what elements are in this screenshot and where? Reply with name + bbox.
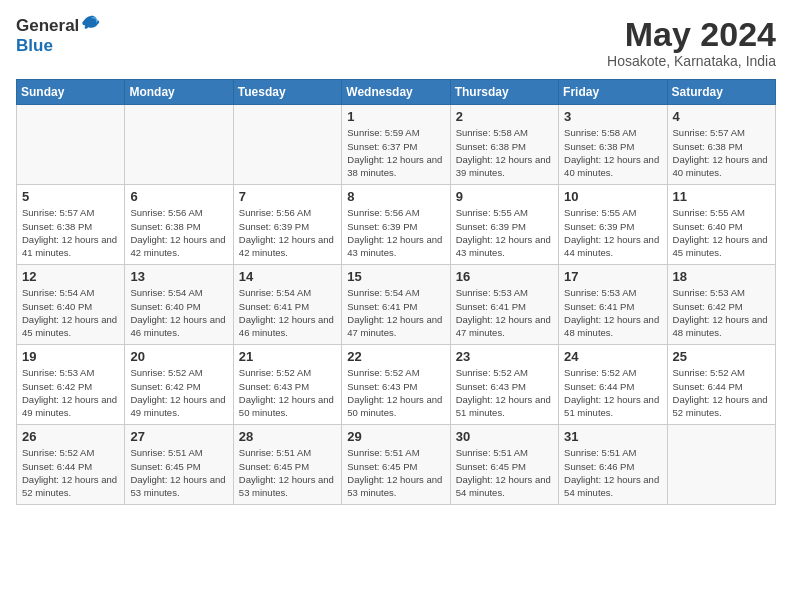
day-number: 26 bbox=[22, 429, 119, 444]
day-number: 21 bbox=[239, 349, 336, 364]
day-sun-info: Sunrise: 5:55 AMSunset: 6:40 PMDaylight:… bbox=[673, 206, 770, 259]
calendar-day-cell: 26Sunrise: 5:52 AMSunset: 6:44 PMDayligh… bbox=[17, 425, 125, 505]
day-sun-info: Sunrise: 5:57 AMSunset: 6:38 PMDaylight:… bbox=[673, 126, 770, 179]
calendar-day-cell: 9Sunrise: 5:55 AMSunset: 6:39 PMDaylight… bbox=[450, 185, 558, 265]
month-year-title: May 2024 bbox=[607, 16, 776, 53]
location-subtitle: Hosakote, Karnataka, India bbox=[607, 53, 776, 69]
calendar-day-cell: 15Sunrise: 5:54 AMSunset: 6:41 PMDayligh… bbox=[342, 265, 450, 345]
calendar-day-cell: 23Sunrise: 5:52 AMSunset: 6:43 PMDayligh… bbox=[450, 345, 558, 425]
calendar-day-cell: 30Sunrise: 5:51 AMSunset: 6:45 PMDayligh… bbox=[450, 425, 558, 505]
day-number: 25 bbox=[673, 349, 770, 364]
day-number: 16 bbox=[456, 269, 553, 284]
day-number: 30 bbox=[456, 429, 553, 444]
day-sun-info: Sunrise: 5:54 AMSunset: 6:40 PMDaylight:… bbox=[130, 286, 227, 339]
day-sun-info: Sunrise: 5:51 AMSunset: 6:45 PMDaylight:… bbox=[456, 446, 553, 499]
day-sun-info: Sunrise: 5:51 AMSunset: 6:45 PMDaylight:… bbox=[130, 446, 227, 499]
calendar-day-cell: 29Sunrise: 5:51 AMSunset: 6:45 PMDayligh… bbox=[342, 425, 450, 505]
calendar-day-cell: 6Sunrise: 5:56 AMSunset: 6:38 PMDaylight… bbox=[125, 185, 233, 265]
day-number: 10 bbox=[564, 189, 661, 204]
calendar-day-cell: 11Sunrise: 5:55 AMSunset: 6:40 PMDayligh… bbox=[667, 185, 775, 265]
calendar-day-cell bbox=[233, 105, 341, 185]
day-sun-info: Sunrise: 5:52 AMSunset: 6:44 PMDaylight:… bbox=[564, 366, 661, 419]
day-sun-info: Sunrise: 5:53 AMSunset: 6:42 PMDaylight:… bbox=[22, 366, 119, 419]
weekday-header: Monday bbox=[125, 80, 233, 105]
day-number: 17 bbox=[564, 269, 661, 284]
day-sun-info: Sunrise: 5:53 AMSunset: 6:41 PMDaylight:… bbox=[456, 286, 553, 339]
day-number: 2 bbox=[456, 109, 553, 124]
day-number: 23 bbox=[456, 349, 553, 364]
day-sun-info: Sunrise: 5:52 AMSunset: 6:42 PMDaylight:… bbox=[130, 366, 227, 419]
day-number: 4 bbox=[673, 109, 770, 124]
calendar-day-cell: 21Sunrise: 5:52 AMSunset: 6:43 PMDayligh… bbox=[233, 345, 341, 425]
day-number: 29 bbox=[347, 429, 444, 444]
logo-blue: Blue bbox=[16, 36, 101, 56]
calendar-day-cell: 1Sunrise: 5:59 AMSunset: 6:37 PMDaylight… bbox=[342, 105, 450, 185]
calendar-day-cell: 18Sunrise: 5:53 AMSunset: 6:42 PMDayligh… bbox=[667, 265, 775, 345]
title-area: May 2024 Hosakote, Karnataka, India bbox=[607, 16, 776, 69]
day-sun-info: Sunrise: 5:52 AMSunset: 6:43 PMDaylight:… bbox=[456, 366, 553, 419]
day-number: 11 bbox=[673, 189, 770, 204]
day-sun-info: Sunrise: 5:51 AMSunset: 6:46 PMDaylight:… bbox=[564, 446, 661, 499]
day-number: 8 bbox=[347, 189, 444, 204]
calendar-day-cell bbox=[17, 105, 125, 185]
day-number: 24 bbox=[564, 349, 661, 364]
day-sun-info: Sunrise: 5:58 AMSunset: 6:38 PMDaylight:… bbox=[456, 126, 553, 179]
logo-general: General bbox=[16, 16, 79, 36]
logo: General Blue bbox=[16, 16, 101, 56]
day-sun-info: Sunrise: 5:55 AMSunset: 6:39 PMDaylight:… bbox=[564, 206, 661, 259]
weekday-header: Wednesday bbox=[342, 80, 450, 105]
day-number: 19 bbox=[22, 349, 119, 364]
weekday-header: Sunday bbox=[17, 80, 125, 105]
calendar-day-cell: 12Sunrise: 5:54 AMSunset: 6:40 PMDayligh… bbox=[17, 265, 125, 345]
calendar-day-cell: 10Sunrise: 5:55 AMSunset: 6:39 PMDayligh… bbox=[559, 185, 667, 265]
day-number: 13 bbox=[130, 269, 227, 284]
day-sun-info: Sunrise: 5:53 AMSunset: 6:41 PMDaylight:… bbox=[564, 286, 661, 339]
calendar-day-cell: 25Sunrise: 5:52 AMSunset: 6:44 PMDayligh… bbox=[667, 345, 775, 425]
day-sun-info: Sunrise: 5:58 AMSunset: 6:38 PMDaylight:… bbox=[564, 126, 661, 179]
calendar-day-cell: 20Sunrise: 5:52 AMSunset: 6:42 PMDayligh… bbox=[125, 345, 233, 425]
day-sun-info: Sunrise: 5:53 AMSunset: 6:42 PMDaylight:… bbox=[673, 286, 770, 339]
calendar-week-row: 19Sunrise: 5:53 AMSunset: 6:42 PMDayligh… bbox=[17, 345, 776, 425]
calendar-day-cell: 4Sunrise: 5:57 AMSunset: 6:38 PMDaylight… bbox=[667, 105, 775, 185]
calendar-week-row: 26Sunrise: 5:52 AMSunset: 6:44 PMDayligh… bbox=[17, 425, 776, 505]
weekday-header: Friday bbox=[559, 80, 667, 105]
calendar-day-cell: 14Sunrise: 5:54 AMSunset: 6:41 PMDayligh… bbox=[233, 265, 341, 345]
day-number: 27 bbox=[130, 429, 227, 444]
page-header: General Blue May 2024 Hosakote, Karnatak… bbox=[16, 16, 776, 69]
calendar-day-cell: 27Sunrise: 5:51 AMSunset: 6:45 PMDayligh… bbox=[125, 425, 233, 505]
day-number: 12 bbox=[22, 269, 119, 284]
logo-bird-icon bbox=[79, 13, 101, 35]
weekday-header: Thursday bbox=[450, 80, 558, 105]
calendar-day-cell bbox=[125, 105, 233, 185]
day-sun-info: Sunrise: 5:52 AMSunset: 6:44 PMDaylight:… bbox=[673, 366, 770, 419]
day-sun-info: Sunrise: 5:55 AMSunset: 6:39 PMDaylight:… bbox=[456, 206, 553, 259]
calendar-week-row: 5Sunrise: 5:57 AMSunset: 6:38 PMDaylight… bbox=[17, 185, 776, 265]
day-sun-info: Sunrise: 5:56 AMSunset: 6:39 PMDaylight:… bbox=[239, 206, 336, 259]
calendar-day-cell: 13Sunrise: 5:54 AMSunset: 6:40 PMDayligh… bbox=[125, 265, 233, 345]
day-number: 20 bbox=[130, 349, 227, 364]
day-number: 9 bbox=[456, 189, 553, 204]
day-sun-info: Sunrise: 5:52 AMSunset: 6:43 PMDaylight:… bbox=[239, 366, 336, 419]
day-number: 18 bbox=[673, 269, 770, 284]
calendar-header-row: SundayMondayTuesdayWednesdayThursdayFrid… bbox=[17, 80, 776, 105]
calendar-day-cell bbox=[667, 425, 775, 505]
day-sun-info: Sunrise: 5:54 AMSunset: 6:41 PMDaylight:… bbox=[239, 286, 336, 339]
day-number: 3 bbox=[564, 109, 661, 124]
calendar-day-cell: 3Sunrise: 5:58 AMSunset: 6:38 PMDaylight… bbox=[559, 105, 667, 185]
day-sun-info: Sunrise: 5:56 AMSunset: 6:39 PMDaylight:… bbox=[347, 206, 444, 259]
day-sun-info: Sunrise: 5:52 AMSunset: 6:44 PMDaylight:… bbox=[22, 446, 119, 499]
calendar-day-cell: 16Sunrise: 5:53 AMSunset: 6:41 PMDayligh… bbox=[450, 265, 558, 345]
calendar-table: SundayMondayTuesdayWednesdayThursdayFrid… bbox=[16, 79, 776, 505]
day-number: 14 bbox=[239, 269, 336, 284]
day-number: 7 bbox=[239, 189, 336, 204]
day-sun-info: Sunrise: 5:51 AMSunset: 6:45 PMDaylight:… bbox=[347, 446, 444, 499]
day-sun-info: Sunrise: 5:52 AMSunset: 6:43 PMDaylight:… bbox=[347, 366, 444, 419]
calendar-day-cell: 22Sunrise: 5:52 AMSunset: 6:43 PMDayligh… bbox=[342, 345, 450, 425]
weekday-header: Tuesday bbox=[233, 80, 341, 105]
day-sun-info: Sunrise: 5:59 AMSunset: 6:37 PMDaylight:… bbox=[347, 126, 444, 179]
calendar-day-cell: 8Sunrise: 5:56 AMSunset: 6:39 PMDaylight… bbox=[342, 185, 450, 265]
calendar-day-cell: 7Sunrise: 5:56 AMSunset: 6:39 PMDaylight… bbox=[233, 185, 341, 265]
calendar-day-cell: 19Sunrise: 5:53 AMSunset: 6:42 PMDayligh… bbox=[17, 345, 125, 425]
day-number: 22 bbox=[347, 349, 444, 364]
weekday-header: Saturday bbox=[667, 80, 775, 105]
